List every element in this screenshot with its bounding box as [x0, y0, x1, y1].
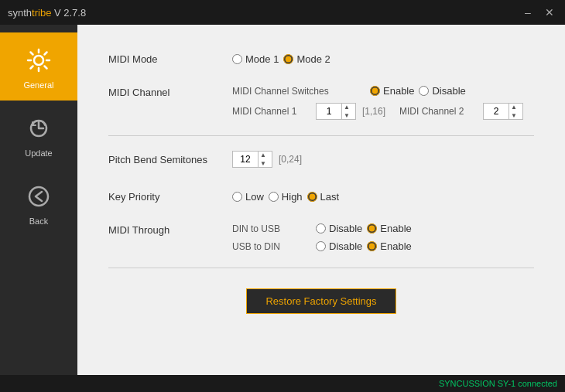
channel2-label: MIDI Channel 2 [399, 106, 477, 117]
channel-switches-row: MIDI Channel Switches Enable Disable [232, 85, 523, 97]
key-priority-low-label: Low [245, 191, 264, 203]
din-to-usb-label: DIN to USB [232, 223, 310, 234]
channel-enable-group: Enable Disable [370, 85, 466, 97]
usb-to-din-label: USB to DIN [232, 241, 310, 252]
channel1-input[interactable] [317, 106, 341, 117]
channel-enable-label: Enable [383, 85, 414, 97]
statusbar: SYNCUSSION SY-1 connected [0, 375, 565, 392]
midi-through-options: DIN to USB Disable Enable [232, 223, 412, 252]
midi-mode-1-label: Mode 1 [245, 53, 279, 65]
close-button[interactable]: ✕ [542, 6, 557, 19]
channel-enable-option[interactable]: Enable [370, 85, 414, 97]
midi-through-row: MIDI Through DIN to USB Disable [108, 223, 534, 252]
status-text: SYNCUSSION SY-1 connected [439, 379, 557, 388]
sidebar-label-back: Back [29, 216, 48, 226]
sidebar: General Update [0, 25, 77, 375]
sidebar-label-update: Update [25, 148, 52, 158]
pitch-bend-spinbox[interactable]: ▲ ▼ [232, 151, 272, 168]
svg-point-2 [29, 187, 48, 206]
channel-disable-label: Disable [432, 85, 465, 97]
midi-through-label: MIDI Through [108, 223, 232, 236]
gear-icon [22, 43, 56, 77]
pitch-bend-arrows: ▲ ▼ [258, 151, 268, 168]
midi-channel-row: MIDI Channel MIDI Channel Switches Enabl… [108, 85, 534, 120]
din-disable-radio[interactable] [316, 223, 326, 233]
din-to-usb-group: Disable Enable [316, 223, 412, 234]
channel-enable-radio[interactable] [370, 86, 380, 96]
channel-disable-option[interactable]: Disable [419, 85, 465, 97]
midi-mode-label: MIDI Mode [108, 53, 232, 65]
din-enable-radio[interactable] [367, 223, 377, 233]
din-disable-option[interactable]: Disable [316, 223, 362, 234]
channel2-spinbox[interactable]: ▲ ▼ [483, 103, 523, 120]
midi-mode-group: Mode 1 Mode 2 [232, 53, 330, 65]
svg-point-0 [34, 56, 43, 65]
through-block: DIN to USB Disable Enable [232, 223, 412, 252]
sidebar-label-general: General [23, 80, 53, 90]
usb-enable-radio[interactable] [367, 241, 377, 251]
channel1-label: MIDI Channel 1 [232, 106, 310, 117]
minimize-button[interactable]: – [520, 6, 536, 19]
midi-mode-1-radio[interactable] [232, 54, 242, 64]
back-icon [22, 179, 56, 213]
midi-mode-1-option[interactable]: Mode 1 [232, 53, 279, 65]
channel1-range: [1,16] [362, 106, 385, 117]
title-tribe: tribe [32, 7, 51, 19]
key-priority-low-option[interactable]: Low [232, 191, 264, 203]
key-priority-last-option[interactable]: Last [307, 191, 340, 203]
channel1-down-arrow[interactable]: ▼ [342, 111, 351, 120]
sidebar-item-general[interactable]: General [0, 32, 77, 101]
restore-factory-button[interactable]: Restore Factory Settings [246, 288, 396, 314]
key-priority-last-radio[interactable] [307, 192, 317, 202]
usb-disable-label: Disable [329, 240, 362, 252]
title-version: V 2.7.8 [51, 7, 86, 19]
midi-mode-2-option[interactable]: Mode 2 [283, 53, 330, 65]
key-priority-low-radio[interactable] [232, 192, 242, 202]
channel1-spinbox[interactable]: ▲ ▼ [316, 103, 356, 120]
window-title: synthtribe V 2.7.8 [8, 7, 520, 19]
channel2-down-arrow[interactable]: ▼ [509, 111, 519, 120]
sidebar-item-back[interactable]: Back [0, 169, 77, 237]
midi-mode-2-label: Mode 2 [296, 53, 330, 65]
sidebar-item-update[interactable]: Update [0, 101, 77, 169]
usb-to-din-row: USB to DIN Disable Enable [232, 240, 412, 252]
pitch-bend-input[interactable] [233, 154, 258, 165]
channel-disable-radio[interactable] [419, 86, 429, 96]
key-priority-high-label: High [282, 191, 303, 203]
usb-disable-option[interactable]: Disable [316, 240, 362, 252]
main-panel: MIDI Mode Mode 1 Mode 2 [77, 25, 565, 375]
midi-channel-label: MIDI Channel [108, 85, 232, 98]
titlebar-controls: – ✕ [520, 6, 557, 19]
key-priority-row: Key Priority Low High Last [108, 186, 534, 207]
key-priority-high-radio[interactable] [269, 192, 279, 202]
key-priority-last-label: Last [320, 191, 340, 203]
key-priority-high-option[interactable]: High [269, 191, 303, 203]
usb-enable-option[interactable]: Enable [367, 240, 411, 252]
channel2-input[interactable] [484, 106, 508, 117]
din-disable-label: Disable [329, 223, 362, 234]
pitch-bend-up-arrow[interactable]: ▲ [259, 151, 268, 159]
title-synth: synth [8, 7, 32, 19]
titlebar: synthtribe V 2.7.8 – ✕ [0, 0, 565, 25]
channel1-up-arrow[interactable]: ▲ [342, 103, 351, 111]
pitch-bend-row: Pitch Bend Semitones ▲ ▼ [0,24] [108, 148, 534, 170]
usb-disable-radio[interactable] [316, 241, 326, 251]
midi-channel-options: MIDI Channel Switches Enable Disable [232, 85, 523, 120]
usb-to-din-group: Disable Enable [316, 240, 412, 252]
main-window: synthtribe V 2.7.8 – ✕ General [0, 0, 565, 392]
channel2-up-arrow[interactable]: ▲ [509, 103, 519, 111]
pitch-bend-options: ▲ ▼ [0,24] [232, 151, 302, 168]
channel1-arrows: ▲ ▼ [341, 103, 351, 120]
pitch-bend-down-arrow[interactable]: ▼ [259, 159, 268, 168]
channel-block: MIDI Channel Switches Enable Disable [232, 85, 523, 120]
pitch-bend-range: [0,24] [279, 154, 302, 165]
pitch-bend-label: Pitch Bend Semitones [108, 154, 232, 165]
din-enable-label: Enable [380, 223, 411, 234]
din-enable-option[interactable]: Enable [367, 223, 411, 234]
midi-mode-2-radio[interactable] [283, 54, 293, 64]
din-to-usb-row: DIN to USB Disable Enable [232, 223, 412, 234]
usb-enable-label: Enable [380, 240, 411, 252]
restore-section: Restore Factory Settings [108, 281, 534, 314]
separator-1 [108, 135, 534, 136]
channel2-arrows: ▲ ▼ [508, 103, 519, 120]
